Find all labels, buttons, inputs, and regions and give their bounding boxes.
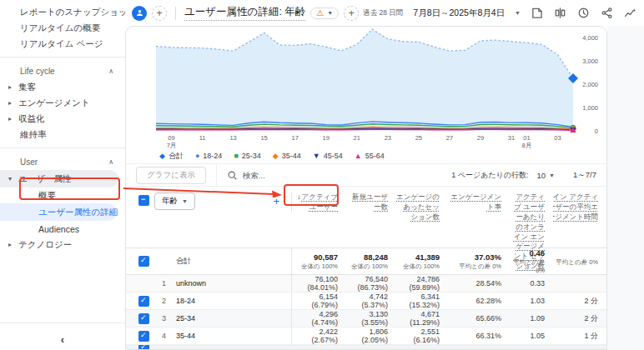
chevron-down-icon: ▼	[515, 10, 521, 16]
row-checkbox[interactable]	[138, 313, 149, 324]
sidebar-item-monetization[interactable]: ▸収益化	[0, 111, 125, 127]
column-header-new-users[interactable]: 新規ユーザー数	[346, 192, 396, 212]
diamond-marker-icon: ◆	[159, 152, 165, 160]
divider	[0, 322, 125, 323]
collapse-sidebar-button[interactable]: ‹	[0, 328, 125, 350]
table-row[interactable]: 1 unknown 76,100 (84.01%) 76,540 (86.73%…	[126, 275, 606, 292]
sidebar-item-label: 集客	[18, 82, 36, 93]
age-bucket-label: 35-44	[166, 328, 291, 344]
legend-item-total[interactable]: ◆合計	[159, 151, 184, 162]
note-icon	[531, 7, 543, 19]
chevron-down-icon: ▾	[8, 175, 18, 182]
comparison-button[interactable]	[552, 6, 567, 21]
sidebar-item-label: テクノロジー	[18, 239, 72, 251]
compare-icon	[554, 7, 566, 19]
sidebar-item-engagement[interactable]: ▸エンゲージメント	[0, 95, 125, 111]
area-chart: 01,0002,0003,0004,000097月111315171921232…	[126, 27, 606, 148]
page-background-gutter	[607, 26, 644, 350]
chevron-right-icon: ▸	[8, 99, 18, 107]
svg-text:7月: 7月	[167, 142, 177, 149]
add-comparison-button[interactable]: +	[152, 6, 167, 21]
data-warning-chip[interactable]: ⚠ ▼	[310, 8, 339, 19]
search-input[interactable]	[243, 171, 343, 180]
person-icon	[135, 8, 144, 18]
sidebar-item-demographic-details[interactable]: ユーザー属性の詳細	[0, 203, 117, 221]
page-title: ユーザー属性の詳細: 年齢	[184, 5, 305, 21]
chevron-right-icon: ▸	[8, 115, 18, 122]
section-header-user[interactable]: User ∧	[0, 153, 125, 170]
table-search[interactable]	[227, 170, 451, 181]
rows-per-page-select[interactable]: 10	[536, 171, 546, 180]
divider	[216, 164, 217, 187]
legend-label: 18-24	[203, 152, 222, 160]
legend-item-35-44[interactable]: ◆35-44	[273, 152, 301, 160]
sidebar-item-audiences[interactable]: Audiences	[0, 221, 125, 237]
sidebar-item-overview[interactable]: 概要	[0, 188, 125, 203]
plot-rows-button[interactable]: グラフに表示	[136, 167, 206, 184]
header-actions: 過去 28 日間 7月8日～2025年8月4日 ▼	[363, 6, 637, 21]
date-range-picker[interactable]: 7月8日～2025年8月4日	[413, 8, 505, 19]
pagination-range: 1～7/7	[573, 170, 596, 181]
totals-checkbox[interactable]	[138, 256, 149, 267]
section-label: User	[20, 158, 38, 167]
active-users-trend-chart: 01,0002,0003,0004,000097月111315171921232…	[126, 27, 606, 148]
column-header-active-users[interactable]: ↓アクティブ ユーザー	[291, 192, 346, 212]
svg-text:29: 29	[477, 134, 484, 142]
column-header-engagement-rate[interactable]: エンゲージメント率	[448, 192, 510, 212]
dimension-selector[interactable]: 年齢▼	[154, 192, 195, 210]
all-users-comparison-chip[interactable]	[132, 6, 147, 21]
table-row[interactable]: 3 25-34 4,296 (4.74%) 3,130 (3.55%) 4,67…	[126, 310, 606, 328]
notes-button[interactable]	[529, 6, 544, 21]
ga4-demographics-report: レポートのスナップショット リアルタイムの概要 リアルタイム ページ Life …	[0, 0, 644, 350]
divider	[0, 57, 125, 58]
insights-button[interactable]	[622, 6, 637, 21]
chart-legend: ◆合計 ●18-24 ■25-34 ◆35-44 ▼45-54 ▲55-64	[126, 148, 606, 163]
select-all-checkbox[interactable]	[138, 195, 149, 206]
legend-label: 25-34	[242, 152, 261, 160]
sidebar-item-acquisition[interactable]: ▸集客	[0, 79, 125, 95]
svg-text:15: 15	[260, 134, 267, 142]
sidebar-item-report-snapshot[interactable]: レポートのスナップショット	[0, 4, 125, 20]
table-row[interactable]: 4 35-44 2,422 (2.67%) 1,806 (2.05%) 2,55…	[126, 328, 606, 345]
sidebar-item-retention[interactable]: 維持率	[0, 127, 125, 142]
column-header-engaged-sessions[interactable]: エンゲージのあったセッション数	[396, 192, 448, 222]
sidebar-item-realtime-overview[interactable]: リアルタイムの概要	[0, 20, 125, 36]
sidebar-item-technology[interactable]: ▸テクノロジー	[0, 237, 125, 252]
triangle-down-marker-icon: ▼	[313, 152, 320, 160]
row-checkbox[interactable]	[138, 345, 149, 350]
sidebar-item-realtime-pages[interactable]: リアルタイム ページ	[0, 36, 125, 52]
table-totals-row: 合計 90,587全体の 100% 88,248全体の 100% 41,389全…	[126, 248, 606, 275]
svg-text:03: 03	[554, 134, 561, 142]
sidebar-item-user-attributes[interactable]: ▾ユーザー属性	[0, 170, 118, 188]
legend-label: 35-44	[282, 152, 301, 160]
section-header-lifecycle[interactable]: Life cycle ∧	[0, 62, 125, 79]
add-dimension-button[interactable]: +	[273, 192, 291, 208]
search-icon	[227, 170, 238, 181]
table-row[interactable]: 2 18-24 6,154 (6.79%) 4,742 (5.37%) 6,34…	[126, 292, 606, 310]
table-row-partial[interactable]	[126, 345, 606, 350]
svg-text:23: 23	[385, 134, 391, 142]
legend-item-18-24[interactable]: ●18-24	[195, 152, 222, 160]
add-filter-button[interactable]: +	[344, 6, 359, 21]
legend-label: 45-54	[324, 152, 343, 160]
dimension-label: 年齢	[162, 196, 178, 207]
sidebar-item-label: 収益化	[18, 113, 45, 125]
row-checkbox[interactable]	[138, 331, 149, 342]
chevron-down-icon: ▼	[182, 198, 188, 204]
legend-item-25-34[interactable]: ■25-34	[234, 152, 260, 160]
table-toolbar: グラフに表示 1 ページあたりの行数: 10 ▼ 1～7/7	[126, 163, 606, 187]
sidebar-item-label: 概要	[38, 190, 56, 202]
rows-per-page-label: 1 ページあたりの行数:	[451, 170, 528, 181]
legend-item-45-54[interactable]: ▼45-54	[313, 152, 343, 160]
share-button[interactable]	[599, 6, 614, 21]
triangle-up-marker-icon: ▲	[355, 152, 362, 160]
report-timing-button[interactable]	[576, 6, 591, 21]
legend-item-55-64[interactable]: ▲55-64	[355, 152, 385, 160]
svg-text:8月: 8月	[522, 142, 532, 149]
row-checkbox[interactable]	[138, 296, 149, 307]
svg-text:13: 13	[229, 134, 236, 142]
demographics-table: 年齢▼ + ↓アクティブ ユーザー 新規ユーザー数 エンゲージのあったセッション…	[126, 187, 606, 350]
svg-text:1,000: 1,000	[582, 104, 598, 112]
column-header-avg-engagement-time[interactable]: オンライン アクティブ ユーザーの平均エンゲージメント時間	[553, 192, 606, 222]
date-range-label: 過去 28 日間	[363, 8, 403, 18]
